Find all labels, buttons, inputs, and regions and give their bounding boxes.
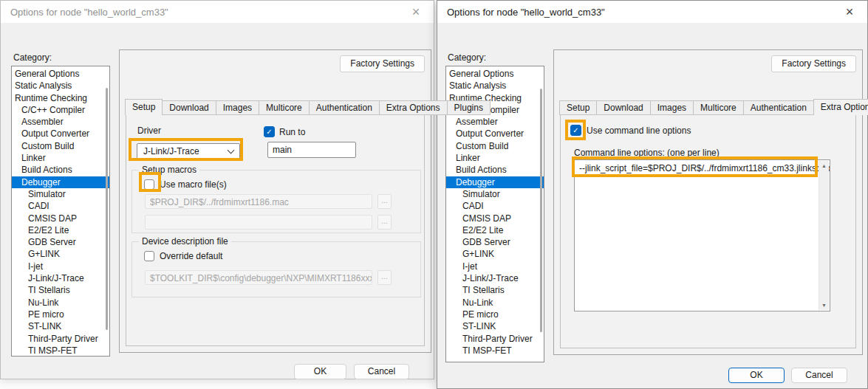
- tab[interactable]: Multicore: [259, 100, 310, 115]
- factory-settings-button[interactable]: Factory Settings: [771, 55, 856, 72]
- category-item[interactable]: I-jet: [446, 261, 544, 272]
- category-item[interactable]: C/C++ Compiler: [12, 104, 109, 116]
- category-item[interactable]: ST-LINK: [12, 320, 109, 332]
- left-options-dialog: Options for node "hello_world_cm33" × Ca…: [0, 0, 434, 379]
- tab[interactable]: Multicore: [693, 100, 744, 115]
- category-item[interactable]: General Options: [446, 68, 544, 80]
- category-item[interactable]: Runtime Checking: [12, 92, 109, 104]
- category-item[interactable]: TI MSP-FET: [446, 345, 544, 357]
- category-scrollbar[interactable]: [540, 89, 542, 332]
- device-file-input[interactable]: $TOOLKIT_DIR$\config\debugger\NXP\MIMXRT…: [145, 270, 372, 285]
- command-line-options-textarea[interactable]: --jlink_script_file=$PROJ_DIR$/../frdmim…: [574, 159, 830, 311]
- tab[interactable]: Extra Options: [379, 100, 448, 115]
- category-item[interactable]: Debugger: [12, 176, 109, 188]
- tab[interactable]: Download: [596, 100, 650, 115]
- tab[interactable]: Authentication: [309, 100, 380, 115]
- category-item[interactable]: Output Converter: [12, 128, 109, 140]
- run-to-label: Run to: [279, 127, 305, 137]
- ok-button[interactable]: OK: [728, 368, 785, 383]
- browse-macro-2-button[interactable]: ...: [377, 215, 392, 230]
- category-item[interactable]: Linker: [12, 152, 109, 164]
- tab[interactable]: Authentication: [743, 100, 814, 115]
- category-item[interactable]: TI Stellaris: [446, 284, 544, 296]
- use-macro-files-checkbox[interactable]: [144, 179, 154, 190]
- browse-macro-1-button[interactable]: ...: [377, 194, 392, 209]
- category-item[interactable]: Third-Party Driver: [12, 333, 109, 345]
- category-item[interactable]: GDB Server: [12, 236, 109, 248]
- setup-tab-page: Driver J-Link/J-Trace ✓ Run to main Setu…: [126, 114, 425, 346]
- scroll-down-icon[interactable]: ▼: [821, 303, 827, 308]
- close-icon[interactable]: ×: [839, 3, 860, 21]
- category-label: Category:: [13, 52, 52, 63]
- override-default-checkbox[interactable]: [144, 251, 154, 261]
- category-item[interactable]: G+LINK: [12, 248, 109, 260]
- titlebar[interactable]: Options for node "hello_world_cm33" ×: [437, 1, 867, 23]
- ok-button[interactable]: OK: [294, 364, 346, 379]
- category-item[interactable]: Nu-Link: [12, 297, 109, 309]
- category-item[interactable]: CMSIS DAP: [12, 213, 109, 224]
- category-item[interactable]: Build Actions: [446, 164, 544, 176]
- category-item[interactable]: Assembler: [446, 116, 544, 128]
- cancel-button[interactable]: Cancel: [791, 368, 847, 383]
- category-item[interactable]: Assembler: [12, 116, 109, 128]
- chevron-down-icon: [228, 146, 235, 154]
- category-item[interactable]: Simulator: [12, 188, 109, 200]
- run-to-checkbox[interactable]: ✓: [264, 126, 275, 137]
- category-item[interactable]: Third-Party Driver: [446, 333, 544, 345]
- setup-macros-group: Setup macros Use macro file(s) $PROJ_DIR…: [131, 170, 421, 233]
- category-item[interactable]: Simulator: [446, 188, 544, 200]
- tab[interactable]: Images: [216, 100, 259, 115]
- category-item[interactable]: Custom Build: [12, 140, 109, 152]
- category-scrollbar[interactable]: [106, 88, 108, 330]
- macro-file-1-input[interactable]: $PROJ_DIR$/../frdmimxrt1186.mac: [145, 194, 372, 209]
- category-list: General OptionsStatic AnalysisRuntime Ch…: [11, 66, 110, 357]
- category-item[interactable]: CADI: [12, 200, 109, 212]
- run-to-input[interactable]: main: [267, 142, 356, 158]
- category-item[interactable]: Static Analysis: [12, 80, 109, 92]
- category-item[interactable]: Custom Build: [446, 140, 544, 152]
- macro-file-2-input[interactable]: [145, 215, 372, 230]
- driver-label: Driver: [137, 125, 161, 136]
- override-default-label: Override default: [160, 251, 222, 261]
- driver-combobox[interactable]: J-Link/J-Trace: [137, 143, 240, 159]
- cancel-button[interactable]: Cancel: [354, 364, 409, 379]
- category-item[interactable]: CMSIS DAP: [446, 213, 544, 224]
- tab[interactable]: Plugins: [447, 100, 491, 115]
- tab-strip: SetupDownloadImagesMulticoreAuthenticati…: [560, 99, 868, 115]
- category-item[interactable]: GDB Server: [446, 236, 544, 248]
- category-item[interactable]: Debugger: [446, 176, 544, 188]
- category-item[interactable]: Static Analysis: [446, 80, 544, 92]
- category-item[interactable]: ST-LINK: [446, 320, 544, 332]
- device-description-group: Device description file Override default…: [131, 241, 421, 297]
- category-item[interactable]: E2/E2 Lite: [446, 224, 544, 236]
- close-icon[interactable]: ×: [406, 3, 426, 21]
- scroll-up-icon[interactable]: ▲: [821, 163, 827, 168]
- tab[interactable]: Images: [650, 100, 694, 115]
- titlebar[interactable]: Options for node "hello_world_cm33" ×: [1, 1, 434, 23]
- category-item[interactable]: CADI: [446, 200, 544, 212]
- tab[interactable]: Download: [162, 100, 216, 115]
- category-item[interactable]: General Options: [12, 68, 109, 80]
- category-item[interactable]: Build Actions: [12, 164, 109, 176]
- category-item[interactable]: Linker: [446, 152, 544, 164]
- tab[interactable]: Extra Options: [813, 99, 868, 115]
- factory-settings-button[interactable]: Factory Settings: [340, 55, 425, 72]
- category-item[interactable]: G+LINK: [446, 248, 544, 260]
- tab[interactable]: Setup: [125, 99, 163, 115]
- category-item[interactable]: E2/E2 Lite: [12, 224, 109, 236]
- category-item[interactable]: TI Stellaris: [12, 284, 109, 296]
- category-item[interactable]: J-Link/J-Trace: [12, 272, 109, 284]
- textarea-scrollbar[interactable]: ▲ ▼: [819, 161, 829, 310]
- tab[interactable]: Setup: [559, 100, 597, 115]
- category-item[interactable]: I-jet: [12, 261, 109, 272]
- browse-device-file-button[interactable]: ...: [377, 270, 392, 285]
- use-command-line-options-checkbox[interactable]: ✓: [570, 125, 581, 136]
- category-item[interactable]: PE micro: [12, 309, 109, 320]
- category-item[interactable]: Output Converter: [446, 128, 544, 140]
- category-item[interactable]: PE micro: [446, 309, 544, 320]
- window-title: Options for node "hello_world_cm33": [10, 7, 168, 18]
- check-icon: ✓: [573, 127, 578, 134]
- category-item[interactable]: TI MSP-FET: [12, 345, 109, 357]
- category-item[interactable]: Nu-Link: [446, 297, 544, 309]
- category-item[interactable]: J-Link/J-Trace: [446, 272, 544, 284]
